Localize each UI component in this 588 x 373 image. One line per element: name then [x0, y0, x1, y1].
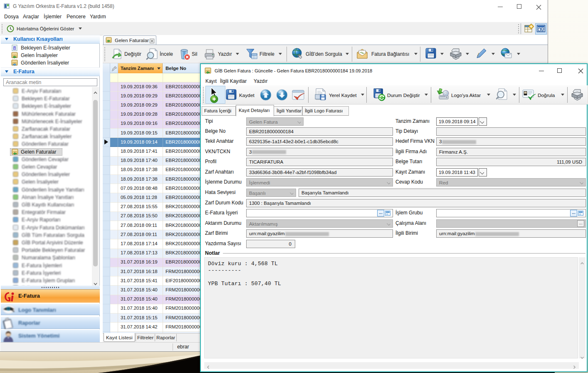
svg-text:i: i [14, 47, 15, 50]
